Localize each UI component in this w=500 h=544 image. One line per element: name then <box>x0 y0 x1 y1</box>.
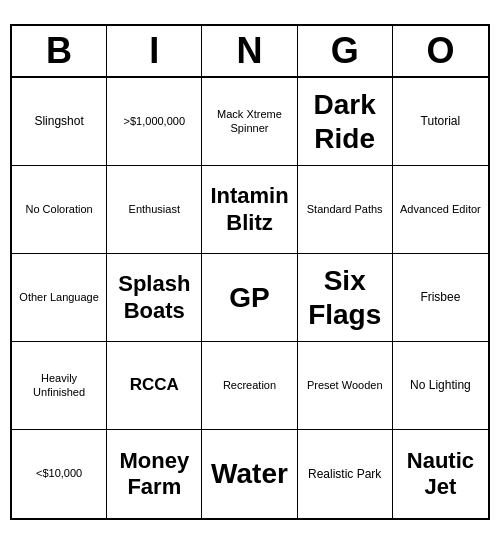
bingo-cell-13: Six Flags <box>298 254 393 342</box>
bingo-cell-24: Nautic Jet <box>393 430 488 518</box>
bingo-cell-11: Splash Boats <box>107 254 202 342</box>
bingo-cell-19: No Lighting <box>393 342 488 430</box>
bingo-cell-4: Tutorial <box>393 78 488 166</box>
bingo-cell-8: Standard Paths <box>298 166 393 254</box>
header-letter: G <box>298 26 393 76</box>
bingo-cell-2: Mack Xtreme Spinner <box>202 78 297 166</box>
bingo-cell-17: Recreation <box>202 342 297 430</box>
bingo-cell-23: Realistic Park <box>298 430 393 518</box>
bingo-grid: Slingshot>$1,000,000Mack Xtreme SpinnerD… <box>12 78 488 518</box>
bingo-cell-9: Advanced Editor <box>393 166 488 254</box>
bingo-cell-12: GP <box>202 254 297 342</box>
bingo-cell-20: <$10,000 <box>12 430 107 518</box>
bingo-cell-14: Frisbee <box>393 254 488 342</box>
bingo-cell-16: RCCA <box>107 342 202 430</box>
header-letter: I <box>107 26 202 76</box>
bingo-cell-3: Dark Ride <box>298 78 393 166</box>
bingo-cell-1: >$1,000,000 <box>107 78 202 166</box>
bingo-cell-7: Intamin Blitz <box>202 166 297 254</box>
bingo-cell-22: Water <box>202 430 297 518</box>
bingo-card: BINGO Slingshot>$1,000,000Mack Xtreme Sp… <box>10 24 490 520</box>
bingo-cell-18: Preset Wooden <box>298 342 393 430</box>
header-letter: O <box>393 26 488 76</box>
header-letter: N <box>202 26 297 76</box>
bingo-cell-0: Slingshot <box>12 78 107 166</box>
bingo-cell-15: Heavily Unfinished <box>12 342 107 430</box>
bingo-cell-10: Other Language <box>12 254 107 342</box>
bingo-cell-5: No Coloration <box>12 166 107 254</box>
bingo-cell-21: Money Farm <box>107 430 202 518</box>
bingo-cell-6: Enthusiast <box>107 166 202 254</box>
bingo-header: BINGO <box>12 26 488 78</box>
header-letter: B <box>12 26 107 76</box>
